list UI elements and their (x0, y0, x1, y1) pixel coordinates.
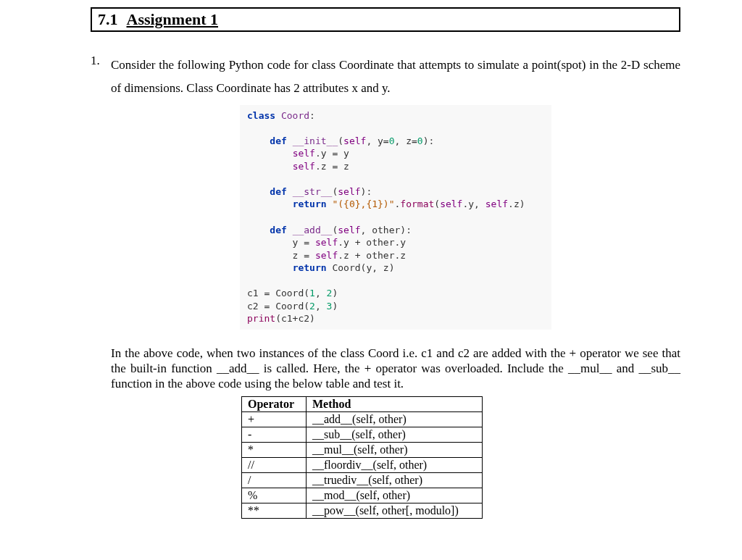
code-token: return (293, 198, 327, 209)
code-token: self (315, 237, 338, 248)
section-title: Assignment 1 (127, 10, 219, 29)
cell-operator: * (242, 442, 307, 457)
cell-operator: - (242, 427, 307, 442)
code-token: self (338, 186, 360, 197)
code-token: 1 (309, 288, 315, 298)
code-token: self (293, 148, 315, 159)
code-token: 3 (327, 301, 333, 312)
code-token: def (270, 225, 286, 235)
cell-method: __mod__(self, other) (307, 488, 483, 503)
table-row: //__floordiv__(self, other) (242, 457, 483, 472)
code-token: 0 (389, 135, 395, 146)
table-row: -__sub__(self, other) (242, 427, 483, 442)
code-token: 2 (327, 288, 333, 298)
code-token: self (440, 198, 462, 209)
code-token: 0 (417, 135, 423, 146)
question-list: 1. Consider the following Python code fo… (91, 54, 680, 519)
table-row: *__mul__(self, other) (242, 442, 483, 457)
code-token: __str__ (293, 186, 333, 197)
question-followup: In the above code, when two instances of… (111, 346, 680, 392)
table-row: /__truediv__(self, other) (242, 472, 483, 488)
header-method: Method (307, 396, 483, 411)
cell-operator: / (242, 472, 307, 488)
code-token: "({0},{1})" (332, 198, 394, 209)
cell-method: __add__(self, other) (307, 411, 483, 427)
code-token: self (293, 161, 315, 172)
cell-operator: // (242, 457, 307, 472)
section-header: 7.1 Assignment 1 (91, 7, 680, 32)
operator-table: Operator Method +__add__(self, other)-__… (241, 396, 483, 519)
code-token: 2 (309, 301, 315, 312)
code-token: format (400, 198, 434, 209)
question-lead: Consider the following Python code for c… (111, 54, 680, 101)
cell-method: __pow__(self, other[, modulo]) (307, 503, 483, 518)
code-block: class Coord: def __init__(self, y=0, z=0… (240, 105, 551, 330)
code-token: Coord (281, 110, 309, 121)
code-token: return (293, 262, 327, 273)
cell-method: __mul__(self, other) (307, 442, 483, 457)
code-token: class (247, 110, 275, 121)
page: 7.1 Assignment 1 1. Consider the followi… (0, 0, 742, 533)
code-token: def (270, 186, 286, 197)
cell-operator: + (242, 411, 307, 427)
cell-method: __floordiv__(self, other) (307, 457, 483, 472)
code-token: self (485, 198, 508, 209)
table-row: %__mod__(self, other) (242, 488, 483, 503)
code-token: __init__ (293, 135, 338, 146)
code-token: self (343, 135, 366, 146)
cell-operator: % (242, 488, 307, 503)
code-token: print (247, 313, 275, 324)
section-number: 7.1 (98, 10, 118, 29)
cell-method: __sub__(self, other) (307, 427, 483, 442)
cell-operator: ** (242, 503, 307, 518)
cell-method: __truediv__(self, other) (307, 472, 483, 488)
code-token: self (338, 225, 360, 235)
header-operator: Operator (242, 396, 307, 411)
code-token: def (270, 135, 286, 146)
table-row: +__add__(self, other) (242, 411, 483, 427)
table-row: **__pow__(self, other[, modulo]) (242, 503, 483, 518)
code-token: self (315, 250, 338, 261)
table-header-row: Operator Method (242, 396, 483, 411)
code-token: __add__ (293, 225, 333, 235)
question-number: 1. (91, 54, 100, 68)
